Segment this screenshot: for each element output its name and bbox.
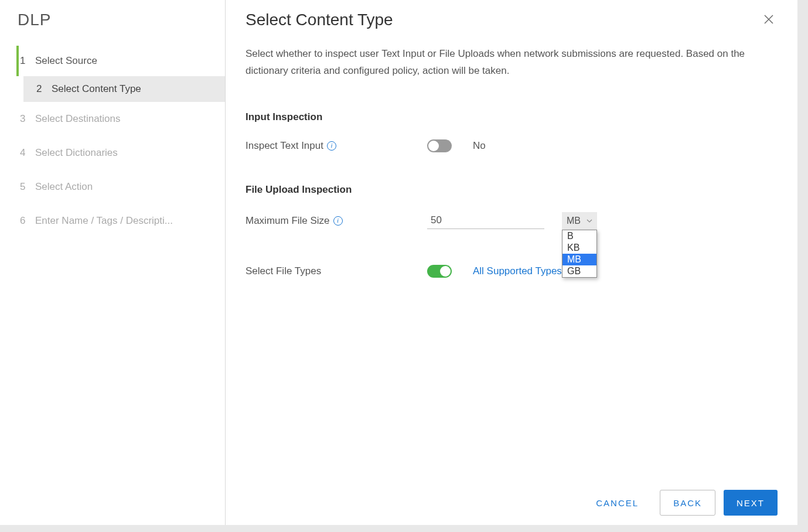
bottom-gutter: [0, 525, 808, 532]
step-label: Select Source: [35, 55, 97, 67]
next-button[interactable]: NEXT: [724, 490, 778, 516]
wizard-step-6[interactable]: 6 Enter Name / Tags / Descripti...: [0, 204, 225, 238]
unit-option-b[interactable]: B: [562, 230, 596, 242]
app-logo: DLP: [0, 0, 225, 46]
unit-option-kb[interactable]: KB: [562, 242, 596, 254]
row-max-file-size: Maximum File Size i MB B KB MB GB: [246, 212, 778, 230]
dropdown-file-size-unit: B KB MB GB: [562, 230, 597, 278]
wizard-step-4[interactable]: 4 Select Dictionaries: [0, 136, 225, 170]
label-select-file-types: Select File Types: [246, 265, 427, 277]
label-max-file-size: Maximum File Size i: [246, 215, 427, 227]
section-title-input-inspection: Input Inspection: [246, 111, 778, 123]
step-number: 2: [36, 83, 52, 95]
step-label: Select Destinations: [35, 113, 121, 125]
unit-option-mb[interactable]: MB: [562, 254, 596, 265]
step-number: 3: [20, 113, 35, 125]
wizard-steps: 1 Select Source 2 Select Content Type 3 …: [0, 46, 225, 238]
main-panel: Select Content Type Select whether to in…: [226, 0, 797, 525]
close-button[interactable]: [760, 11, 778, 28]
right-gutter: [797, 0, 808, 532]
row-select-file-types: Select File Types All Supported Types: [246, 265, 778, 278]
cancel-button[interactable]: CANCEL: [583, 490, 652, 516]
row-inspect-text-input: Inspect Text Input i No: [246, 139, 778, 152]
back-button[interactable]: BACK: [660, 490, 715, 516]
unit-option-gb[interactable]: GB: [562, 265, 596, 277]
info-icon[interactable]: i: [327, 141, 336, 151]
step-number: 1: [20, 55, 35, 67]
wizard-step-1[interactable]: 1 Select Source: [16, 46, 225, 76]
info-icon[interactable]: i: [333, 216, 343, 226]
select-value: MB: [567, 216, 581, 226]
page-title: Select Content Type: [246, 11, 393, 29]
step-label: Select Action: [35, 181, 93, 193]
wizard-step-3[interactable]: 3 Select Destinations: [0, 102, 225, 136]
label-inspect-text-input: Inspect Text Input i: [246, 140, 427, 152]
close-icon: [763, 13, 775, 25]
toggle-select-file-types[interactable]: [427, 265, 452, 278]
wizard-step-2[interactable]: 2 Select Content Type: [23, 76, 225, 102]
step-label: Enter Name / Tags / Descripti...: [35, 215, 173, 227]
toggle-value-inspect-text-input: No: [473, 140, 486, 152]
select-file-size-unit[interactable]: MB B KB MB GB: [562, 212, 597, 230]
wizard-step-5[interactable]: 5 Select Action: [0, 170, 225, 204]
step-number: 6: [20, 215, 35, 227]
step-label: Select Dictionaries: [35, 147, 118, 159]
section-title-file-upload-inspection: File Upload Inspection: [246, 184, 778, 196]
link-all-supported-types[interactable]: All Supported Types: [473, 265, 562, 277]
chevron-down-icon: [587, 218, 592, 224]
step-number: 5: [20, 181, 35, 193]
toggle-inspect-text-input[interactable]: [427, 139, 452, 152]
input-max-file-size[interactable]: [427, 212, 544, 229]
step-label: Select Content Type: [52, 83, 141, 95]
page-description: Select whether to inspect user Text Inpu…: [246, 46, 773, 80]
wizard-sidebar: DLP 1 Select Source 2 Select Content Typ…: [0, 0, 226, 525]
wizard-footer: CANCEL BACK NEXT: [583, 490, 778, 516]
step-number: 4: [20, 147, 35, 159]
